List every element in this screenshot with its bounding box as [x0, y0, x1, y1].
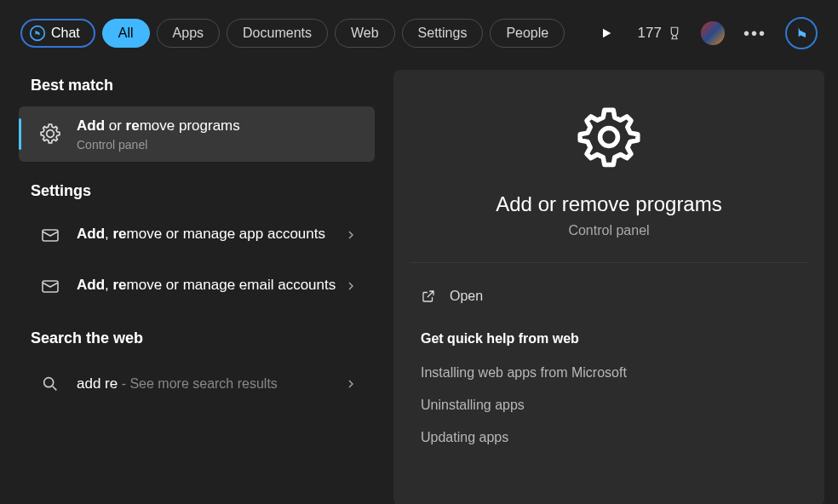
result-title: Add, remove or manage email accounts: [77, 276, 344, 295]
help-link-uninstalling[interactable]: Uninstalling apps: [393, 389, 824, 421]
top-filter-bar: Chat All Apps Documents Web Settings Peo…: [0, 0, 838, 61]
web-search-result[interactable]: add re - See more search results: [19, 359, 375, 409]
detail-title: Add or remove programs: [496, 192, 721, 216]
svg-point-4: [600, 129, 618, 146]
settings-heading: Settings: [14, 167, 380, 212]
quick-help-heading: Get quick help from web: [393, 312, 824, 357]
best-match-result[interactable]: Add or remove programs Control panel: [19, 106, 375, 162]
help-link-updating[interactable]: Updating apps: [393, 421, 824, 454]
gear-icon-large: [576, 104, 642, 170]
open-action[interactable]: Open: [393, 280, 824, 312]
filter-documents[interactable]: Documents: [227, 19, 328, 48]
result-title: Add, remove or manage app accounts: [77, 225, 344, 244]
search-web-heading: Search the web: [14, 314, 380, 359]
rewards-medal-icon: [667, 26, 682, 41]
chevron-right-icon: [344, 228, 358, 242]
filter-all[interactable]: All: [102, 19, 150, 48]
filter-people[interactable]: People: [490, 19, 565, 48]
bing-chat-icon: [29, 25, 46, 42]
settings-result-email-accounts[interactable]: Add, remove or manage email accounts: [19, 263, 375, 309]
chevron-right-icon: [344, 279, 358, 293]
gear-icon: [37, 121, 63, 146]
bing-sidebar-button[interactable]: [785, 17, 818, 49]
detail-panel: Add or remove programs Control panel Ope…: [393, 70, 824, 504]
filter-apps[interactable]: Apps: [157, 19, 220, 48]
divider: [410, 262, 807, 263]
rewards-points[interactable]: 177: [638, 25, 682, 42]
result-text: Add or remove programs Control panel: [77, 117, 363, 152]
detail-subtitle: Control panel: [568, 223, 649, 238]
best-match-heading: Best match: [14, 77, 380, 106]
chat-label: Chat: [51, 26, 80, 41]
filter-web[interactable]: Web: [335, 19, 395, 48]
search-icon: [37, 371, 63, 397]
play-icon[interactable]: [594, 20, 619, 46]
filter-settings[interactable]: Settings: [402, 19, 484, 48]
chat-pill[interactable]: Chat: [20, 19, 95, 48]
topbar-right: 177 •••: [594, 17, 818, 49]
svg-point-3: [44, 378, 54, 387]
help-link-installing[interactable]: Installing web apps from Microsoft: [393, 357, 824, 389]
mail-icon: [37, 273, 63, 299]
result-title: Add or remove programs: [77, 117, 363, 136]
result-text: Add, remove or manage app accounts: [77, 225, 344, 244]
points-value: 177: [638, 25, 662, 42]
web-search-text: add re - See more search results: [77, 375, 344, 392]
open-label: Open: [450, 289, 483, 304]
user-avatar[interactable]: [701, 21, 725, 45]
more-options-icon[interactable]: •••: [743, 24, 766, 43]
chevron-right-icon: [344, 377, 358, 391]
mail-icon: [37, 222, 63, 248]
result-subtitle: Control panel: [77, 138, 363, 152]
settings-result-app-accounts[interactable]: Add, remove or manage app accounts: [19, 212, 375, 258]
detail-header: Add or remove programs Control panel: [393, 95, 824, 262]
results-column: Best match Add or remove programs Contro…: [14, 61, 380, 504]
open-external-icon: [421, 289, 436, 304]
result-text: Add, remove or manage email accounts: [77, 276, 344, 295]
